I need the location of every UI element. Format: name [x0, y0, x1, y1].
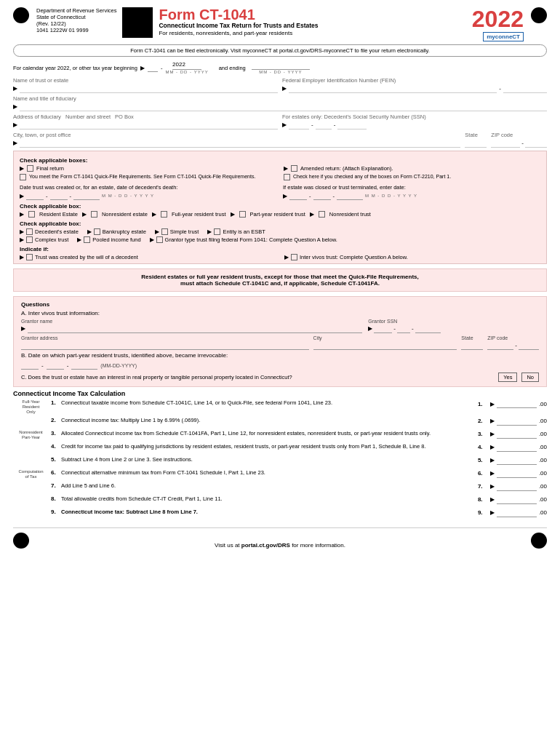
- grantor-state-input[interactable]: [461, 340, 483, 350]
- line9-arrow: ▶: [490, 509, 495, 516]
- top-left-dot: [13, 7, 29, 23]
- arrow-esbt: ▶: [207, 228, 212, 235]
- highlight-section: Resident estates or full year resident t…: [13, 268, 547, 292]
- city-label: City, town, or post office: [13, 132, 460, 138]
- ending-date-input[interactable]: [252, 61, 310, 70]
- question-b-label: B. Date on which part-year resident trus…: [21, 352, 539, 359]
- part-year-trust-cb[interactable]: [239, 211, 246, 218]
- nonresident-estate-cb[interactable]: [91, 211, 97, 218]
- grantor-ssn-p2[interactable]: [397, 324, 410, 333]
- line5-input[interactable]: [497, 456, 537, 465]
- date-b-p2[interactable]: [47, 361, 64, 370]
- line5-cents: .00: [539, 457, 547, 463]
- decedent-estate-cb[interactable]: [26, 228, 33, 235]
- arrow-simple: ▶: [155, 228, 159, 235]
- dept-line4: 1041 1222W 01 9999: [36, 27, 116, 33]
- resident-estate-cb[interactable]: [28, 211, 35, 218]
- tax-line-1: Full-YearResidentOnly 1. Connecticut tax…: [13, 399, 547, 415]
- line2-input[interactable]: [497, 417, 537, 426]
- ssn-part1[interactable]: [289, 120, 309, 130]
- dept-line2: State of Connecticut: [36, 14, 116, 20]
- yes-box[interactable]: Yes: [498, 372, 517, 382]
- decedent-estate-label: Decedent's estate: [35, 228, 79, 235]
- line4-num: 4.: [478, 444, 488, 450]
- arrow-city: ▶: [13, 140, 17, 146]
- line3-input[interactable]: [497, 430, 537, 439]
- fein-label: Federal Employer Identification Number (…: [282, 77, 547, 84]
- date-trust-part2[interactable]: [50, 191, 68, 200]
- bankruptcy-estate-cb[interactable]: [94, 228, 100, 235]
- quickfile-checkbox[interactable]: [20, 174, 26, 180]
- ct2210-checkbox[interactable]: [284, 174, 290, 180]
- simple-trust-cb[interactable]: [161, 228, 168, 235]
- arrow-grantor-ssn: ▶: [368, 325, 372, 332]
- final-return-label: Final return: [36, 165, 64, 172]
- line6-input[interactable]: [497, 469, 537, 478]
- date-closed-part3[interactable]: [337, 191, 363, 200]
- state-input[interactable]: [465, 138, 487, 148]
- line2-num: 2.: [478, 418, 488, 424]
- pooled-income-cb[interactable]: [84, 236, 90, 243]
- simple-trust-label: Simple trust: [170, 228, 199, 235]
- amended-return-checkbox[interactable]: [291, 165, 297, 172]
- line6-cents: .00: [539, 470, 547, 477]
- line1-input[interactable]: [497, 399, 537, 408]
- complex-trust-label: Complex trust: [35, 236, 68, 243]
- date-closed-part2[interactable]: [313, 191, 331, 200]
- arrow-indicate2: ▶: [284, 254, 289, 260]
- arrow-date-closed: ▶: [283, 193, 287, 199]
- highlight-line1: Resident estates or full year resident t…: [21, 274, 539, 280]
- grantor-zip-input1[interactable]: [487, 340, 513, 350]
- date-b-p1[interactable]: [21, 361, 39, 370]
- tax-year-dash: [148, 63, 158, 72]
- city-input[interactable]: [20, 138, 460, 148]
- date-trust-part3[interactable]: [73, 191, 100, 200]
- grantor-ssn-p3[interactable]: [415, 324, 441, 333]
- date-closed-part1[interactable]: [289, 191, 307, 200]
- indicate-if-header: Indicate if:: [20, 246, 540, 252]
- grantor-name-input[interactable]: [28, 324, 362, 333]
- zip-input2[interactable]: [525, 138, 547, 148]
- line7-input[interactable]: [497, 482, 537, 491]
- address-input[interactable]: [20, 120, 278, 130]
- trust-name-input[interactable]: [20, 84, 278, 93]
- zip-input1[interactable]: [491, 138, 520, 148]
- tax-line-4: 4. Credit for income tax paid to qualify…: [13, 443, 547, 455]
- esbt-cb[interactable]: [214, 228, 220, 235]
- line8-input[interactable]: [497, 495, 537, 504]
- grantor-ssn-p1[interactable]: [374, 324, 392, 333]
- ssn-part3[interactable]: [337, 120, 367, 130]
- line4-arrow: ▶: [490, 444, 495, 450]
- will-decedent-cb[interactable]: [26, 254, 33, 260]
- nonresident-trust-cb[interactable]: [319, 211, 325, 218]
- tax-line-9: 9. Connecticut income tax: Subtract Line…: [13, 509, 547, 520]
- line9-num: 9.: [478, 509, 488, 516]
- line9-input[interactable]: [497, 509, 537, 517]
- arrow-cb2c: ▶: [152, 211, 156, 218]
- arrow-cb2e: ▶: [310, 211, 314, 218]
- arrow-final: ▶: [20, 165, 24, 172]
- grantor-type-cb[interactable]: [156, 236, 163, 243]
- no-box[interactable]: No: [521, 372, 539, 382]
- line4-input[interactable]: [497, 443, 537, 452]
- esbt-label: Entity is an ESBT: [223, 228, 265, 235]
- fein-input[interactable]: [289, 84, 497, 93]
- tax-year-value[interactable]: 2022: [172, 61, 201, 70]
- grantor-city-input[interactable]: [313, 340, 457, 350]
- and-ending: and ending: [219, 65, 246, 71]
- final-return-checkbox[interactable]: [27, 165, 33, 172]
- dept-line1: Department of Revenue Services: [36, 7, 116, 14]
- fein-input2[interactable]: [503, 84, 547, 93]
- ssn-part2[interactable]: [316, 120, 332, 130]
- bankruptcy-estate-label: Bankruptcy estate: [103, 228, 146, 235]
- date-trust-part1[interactable]: [26, 191, 44, 200]
- grantor-address-input[interactable]: [21, 340, 309, 350]
- date-b-p3[interactable]: [71, 361, 97, 370]
- grantor-zip-input2[interactable]: [519, 340, 539, 350]
- full-year-trust-cb[interactable]: [161, 211, 167, 218]
- fiduciary-name-input[interactable]: [20, 102, 547, 111]
- complex-trust-cb[interactable]: [26, 236, 33, 243]
- date-trust-right-label: If estate was closed or trust terminated…: [283, 184, 540, 191]
- arrow-1: ▶: [140, 65, 145, 71]
- inter-vivos-cb[interactable]: [291, 254, 297, 260]
